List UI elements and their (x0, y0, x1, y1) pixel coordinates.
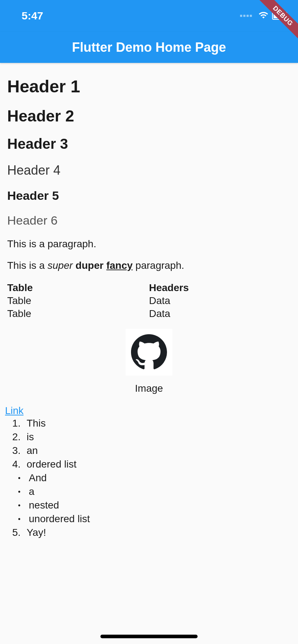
text-bold: duper (76, 260, 104, 271)
list-item: And (18, 471, 291, 485)
table-cell: Table (7, 307, 149, 320)
ordered-list: This is an ordered list (12, 417, 291, 471)
header-4: Header 4 (7, 163, 291, 178)
header-3: Header 3 (7, 136, 291, 152)
content-area: Header 1 Header 2 Header 3 Header 4 Head… (0, 63, 298, 547)
link[interactable]: Link (5, 405, 23, 417)
status-time: 5:47 (22, 10, 43, 22)
list-item: Yay! (12, 526, 291, 539)
header-5: Header 5 (7, 189, 291, 203)
table-header-row: Table Headers (7, 281, 291, 294)
list-item: is (12, 430, 291, 444)
list-item: a (18, 485, 291, 498)
table-row: Table Data (7, 307, 291, 320)
text-underline: fancy (106, 260, 132, 271)
table-header-cell: Headers (149, 281, 291, 294)
header-1: Header 1 (7, 77, 291, 96)
signal-icon (240, 15, 252, 17)
list-item: nested (18, 498, 291, 512)
header-2: Header 2 (7, 107, 291, 125)
list-item: ordered list (12, 457, 291, 471)
paragraph-1: This is a paragraph. (7, 238, 291, 250)
table-row: Table Data (7, 294, 291, 307)
list-item: This (12, 417, 291, 430)
list-item: unordered list (18, 512, 291, 526)
page-title: Flutter Demo Home Page (72, 40, 226, 55)
text-prefix: This is a (7, 260, 48, 271)
home-indicator[interactable] (100, 635, 198, 638)
table: Table Headers Table Data Table Data (7, 281, 291, 320)
text-suffix: paragraph. (133, 260, 184, 271)
list-item: an (12, 444, 291, 457)
github-icon (126, 329, 172, 376)
ordered-list-continued: Yay! (12, 526, 291, 539)
text-space (73, 260, 76, 271)
unordered-list: And a nested unordered list (18, 471, 291, 526)
paragraph-2: This is a super duper fancy paragraph. (7, 260, 291, 271)
header-6: Header 6 (7, 213, 291, 227)
status-bar: 5:47 (0, 0, 298, 32)
table-header-cell: Table (7, 281, 149, 294)
table-cell: Table (7, 294, 149, 307)
text-italic: super (48, 260, 73, 271)
image-caption: Image (135, 383, 163, 394)
app-bar: Flutter Demo Home Page (0, 32, 298, 63)
image-section: Image (7, 329, 291, 394)
table-cell: Data (149, 307, 291, 320)
table-cell: Data (149, 294, 291, 307)
wifi-icon (258, 10, 268, 22)
